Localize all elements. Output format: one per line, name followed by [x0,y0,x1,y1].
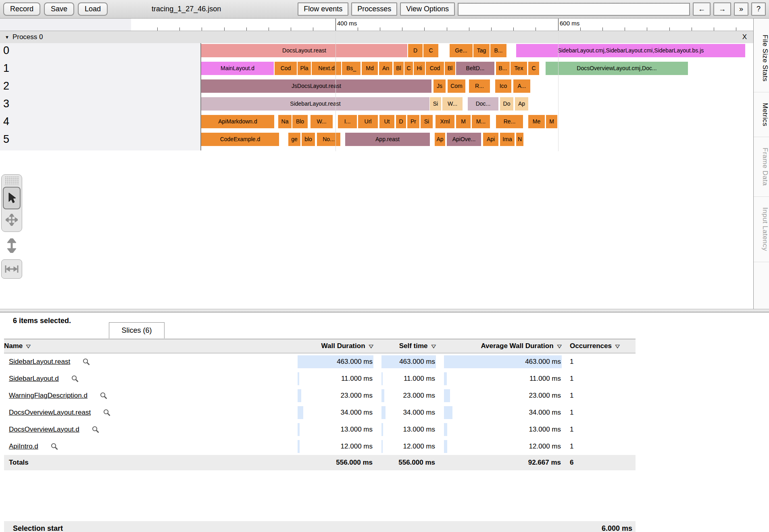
flame-slice[interactable]: Si [430,97,441,111]
help-button[interactable]: ? [751,2,766,16]
flame-slice[interactable]: B... [490,44,506,57]
column-header-occurrences[interactable]: Occurrences▽ [570,342,636,350]
flame-slice[interactable]: C [528,62,539,75]
flame-slice[interactable]: Bl [394,62,404,75]
flame-slice[interactable]: ApiMarkdown.d [201,115,274,128]
close-process-button[interactable]: X [742,33,747,41]
flame-slice[interactable]: N [516,133,523,146]
flame-slice[interactable]: blo [302,133,315,146]
flame-slice[interactable]: M [546,115,557,128]
zoom-vertical-tool-button[interactable] [1,235,22,256]
flame-slice[interactable]: DocsOverviewLayout.cmj,Doc... [546,62,688,75]
column-header-average-wall-duration[interactable]: Average Wall Duration▽ [444,342,562,350]
flame-slice[interactable]: SidebarLayout.cmj,SidebarLayout.cmi,Side… [516,44,745,57]
drag-handle-icon[interactable] [4,177,19,185]
flame-slice[interactable]: ApiOve... [447,133,481,146]
magnifier-icon[interactable] [92,426,100,434]
expand-horizontal-tool-button[interactable] [1,259,22,279]
flame-slice[interactable]: Re... [496,115,523,128]
flame-slice[interactable]: I... [338,115,357,128]
slice-name-link[interactable]: SidebarLayout.d [9,375,59,383]
flame-slice[interactable]: A... [513,79,530,93]
load-button[interactable]: Load [78,2,108,16]
flame-slice[interactable]: Bs_ [342,62,361,75]
sidebar-tab-file-size-stats[interactable]: File Size Stats [754,19,769,92]
flame-slice[interactable]: Ap [435,133,445,146]
flame-slice[interactable]: DocsLayout.reast [201,44,407,57]
save-button[interactable]: Save [44,2,74,16]
flame-slice[interactable]: Api [483,133,498,146]
flame-slice[interactable]: Com [448,79,465,93]
flame-slice[interactable]: Pla [298,62,311,75]
flame-slice[interactable]: Ima [500,133,515,146]
flame-slice[interactable]: W... [442,97,463,111]
flame-slice[interactable]: M [456,115,471,128]
flame-slice[interactable]: Url [358,115,378,128]
search-input[interactable] [458,3,690,16]
flame-slice[interactable]: B... [496,62,510,75]
flame-slice[interactable]: D [396,115,406,128]
tab-slices[interactable]: Slices (6) [109,322,165,338]
flame-slice[interactable]: No... [317,133,340,146]
slice-name-link[interactable]: DocsOverviewLayout.d [9,426,79,434]
flame-slice[interactable]: MainLayout.d [201,62,274,75]
flame-slice[interactable]: R... [469,79,490,93]
flame-slice[interactable]: JsDocsLayout.reast [201,79,431,93]
magnifier-icon[interactable] [82,358,90,366]
flame-slice[interactable]: Tex [511,62,527,75]
slice-name-link[interactable]: DocsOverviewLayout.reast [9,409,91,417]
pane-splitter[interactable] [0,309,769,313]
flame-slice[interactable]: C [404,62,413,75]
flow-events-button[interactable]: Flow events [298,2,348,16]
flame-slice[interactable]: Ge... [450,44,473,57]
track-area[interactable]: 0DocsLayout.reastDCGe...TagB...SidebarLa… [0,43,753,151]
flame-slice[interactable]: Bl [445,62,455,75]
flame-slice[interactable]: SidebarLayout.reast [201,97,429,111]
flame-slice[interactable]: CodeExample.d [201,133,279,146]
flame-slice[interactable]: Do [500,97,513,111]
view-options-button[interactable]: View Options [400,2,455,16]
flame-slice[interactable]: Cod [426,62,444,75]
flame-slice[interactable]: Next.d [312,62,341,75]
flame-slice[interactable]: M... [472,115,490,128]
flame-slice[interactable]: Hi [414,62,425,75]
column-header-name[interactable]: Name▽ [4,342,290,350]
magnifier-icon[interactable] [71,375,79,383]
flame-slice[interactable]: Ap [515,97,528,111]
timeline-ruler[interactable]: 400 ms600 ms [0,19,753,31]
flame-slice[interactable]: Js [433,79,446,93]
processes-button[interactable]: Processes [351,2,397,16]
flame-slice[interactable]: Cod [275,62,297,75]
find-next-button[interactable]: → [713,2,731,16]
flame-slice[interactable]: Na [278,115,292,128]
selection-tool-button[interactable] [3,187,21,209]
flame-slice[interactable]: Ut [379,115,394,128]
slice-name-link[interactable]: SidebarLayout.reast [9,358,70,366]
sidebar-tab-metrics[interactable]: Metrics [754,92,769,137]
record-button[interactable]: Record [3,2,40,16]
magnifier-icon[interactable] [100,392,108,400]
slice-name-link[interactable]: ApiIntro.d [9,442,38,451]
flame-slice[interactable]: Xml [436,115,454,128]
flame-slice[interactable]: D [408,44,423,57]
flame-slice[interactable]: W... [311,115,333,128]
flame-slice[interactable]: Md [362,62,378,75]
flame-slice[interactable]: BeltD... [456,62,494,75]
flame-slice[interactable]: App.reast [345,133,430,146]
slice-name-link[interactable]: WarningFlagDescription.d [9,392,88,400]
more-options-button[interactable]: » [734,2,748,16]
flame-slice[interactable]: Pr [407,115,419,128]
flame-slice[interactable]: Ico [495,79,511,93]
pan-tool-button[interactable] [3,209,21,230]
column-header-wall-duration[interactable]: Wall Duration▽ [298,342,373,350]
flame-slice[interactable]: Si [421,115,433,128]
flame-slice[interactable]: ge [288,133,300,146]
find-previous-button[interactable]: ← [693,2,711,16]
flame-slice[interactable]: Doc... [468,97,498,111]
flame-slice[interactable]: Me [528,115,545,128]
magnifier-icon[interactable] [103,409,111,417]
magnifier-icon[interactable] [50,442,58,451]
flame-slice[interactable]: C [423,44,438,57]
flame-slice[interactable]: An [379,62,392,75]
column-header-self-time[interactable]: Self time▽ [381,342,436,350]
